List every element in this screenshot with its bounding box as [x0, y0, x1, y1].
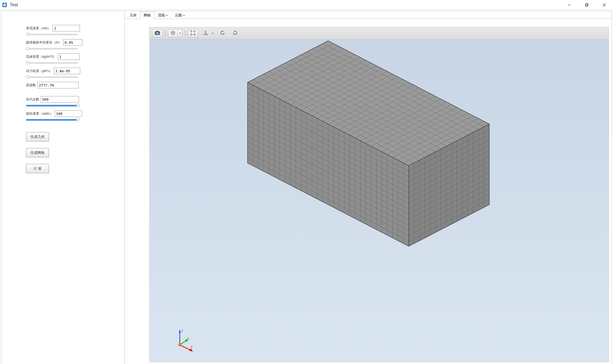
rotation-speed-input[interactable] [55, 110, 82, 117]
maximize-button[interactable] [578, 0, 595, 10]
cube-icon [170, 30, 176, 37]
titlebar: Test [0, 0, 613, 10]
titlebar-left: Test [0, 2, 18, 8]
camera-icon [155, 31, 160, 36]
svg-line-13 [203, 34, 206, 35]
fluid-density-label: 流体密度（kg/m^3） [26, 54, 56, 59]
tab-mesh[interactable]: 网格 [140, 11, 154, 19]
generate-mesh-button[interactable]: 生成网格 [26, 148, 49, 157]
triad-z-label: z [181, 329, 183, 333]
dynamic-viscosity-input[interactable] [54, 68, 80, 74]
toolbar-separator [185, 30, 185, 37]
axes-icon [203, 30, 208, 37]
svg-line-154 [180, 345, 191, 350]
dynamic-viscosity-slider[interactable] [26, 76, 78, 78]
rotation-speed-label: 旋转速度（rad/s） [26, 111, 53, 116]
svg-line-12 [206, 34, 208, 35]
view-tabs: 几何 网格 流线 云图 [125, 11, 612, 19]
close-button[interactable] [595, 0, 613, 10]
sphere-radius-label: 圆球截面半径直径（m） [26, 40, 62, 45]
svg-rect-3 [586, 4, 588, 6]
reynolds-input[interactable] [37, 82, 79, 88]
content-area: 几何 网格 流线 云图 [125, 11, 612, 364]
sphere-radius-input[interactable] [63, 39, 82, 46]
axes-dropdown[interactable] [201, 29, 215, 37]
fit-view-button[interactable] [188, 29, 198, 37]
parameter-panel: 来流速度（m/s） 圆球截面半径直径（m） 流体密度（kg/m^3） 动力粘度（… [1, 11, 125, 364]
tab-streamline[interactable]: 流线 [154, 11, 171, 19]
fit-icon [190, 30, 195, 36]
rotate-cw-icon [232, 30, 238, 37]
sphere-radius-slider[interactable] [26, 48, 78, 50]
viewport-3d[interactable]: z y x [149, 27, 609, 362]
fluid-density-slider[interactable] [26, 62, 78, 64]
compute-button[interactable]: 计 算 [26, 164, 49, 173]
triad-x-label: x [191, 345, 192, 348]
view-cube-dropdown[interactable] [168, 29, 182, 37]
generate-geometry-button[interactable]: 生成几何 [26, 132, 49, 141]
viewport-wrap: z y x [125, 19, 612, 364]
svg-rect-7 [156, 31, 158, 32]
tab-contour[interactable]: 云图 [171, 11, 188, 19]
app-icon [2, 2, 8, 8]
svg-point-9 [157, 33, 158, 34]
rotate-ccw-icon [220, 30, 225, 37]
viewport-toolbar [150, 27, 609, 39]
rotate-cw-button[interactable] [230, 29, 240, 37]
svg-rect-2 [585, 4, 588, 6]
svg-rect-10 [191, 31, 195, 34]
flow-velocity-label: 来流速度（m/s） [26, 26, 51, 31]
svg-point-158 [178, 343, 181, 346]
window-title: Test [10, 2, 18, 7]
rotate-ccw-button[interactable] [218, 29, 227, 37]
triad-y-label: y [187, 336, 189, 340]
iterations-slider[interactable] [26, 105, 78, 106]
iterations-input[interactable] [41, 96, 79, 103]
snapshot-button[interactable] [152, 29, 162, 37]
svg-marker-153 [179, 330, 181, 333]
dynamic-viscosity-label: 动力粘度（pa*s） [26, 69, 52, 73]
toolbar-separator [165, 30, 165, 37]
flow-velocity-slider[interactable] [26, 34, 78, 35]
flow-velocity-input[interactable] [53, 25, 80, 31]
reynolds-label: 雷诺数 [26, 83, 36, 88]
mesh-scene [150, 39, 609, 362]
fluid-density-input[interactable] [58, 53, 80, 60]
rotation-speed-slider[interactable] [26, 119, 78, 121]
workspace: 来流速度（m/s） 圆球截面半径直径（m） 流体密度（kg/m^3） 动力粘度（… [1, 11, 612, 364]
iterations-label: 迭代步数 [26, 97, 39, 102]
window-controls [560, 0, 613, 10]
orientation-triad: z y x [172, 328, 196, 354]
minimize-button[interactable] [560, 0, 578, 10]
tab-geometry[interactable]: 几何 [126, 11, 140, 19]
